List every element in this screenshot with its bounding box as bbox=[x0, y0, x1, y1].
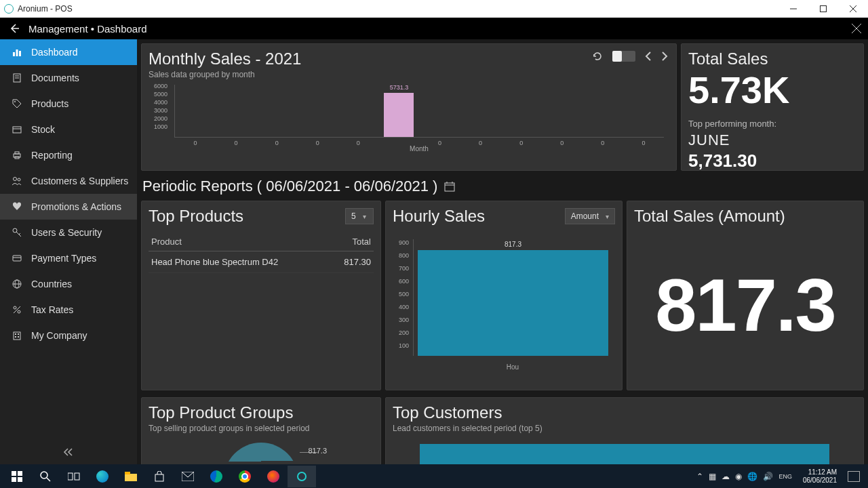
minimize-button[interactable] bbox=[778, 0, 808, 18]
svg-rect-34 bbox=[15, 336, 16, 338]
total-amount-title: Total Sales (Amount) bbox=[634, 207, 856, 226]
svg-line-45 bbox=[47, 478, 50, 481]
sidebar-item-users[interactable]: Users & Security bbox=[0, 220, 137, 245]
mail-icon[interactable] bbox=[174, 466, 202, 487]
hourly-bar: 817.3 bbox=[418, 250, 608, 356]
firefox-icon[interactable] bbox=[259, 466, 288, 487]
sidebar-item-label: Users & Security bbox=[31, 227, 102, 238]
close-view-button[interactable] bbox=[852, 24, 861, 33]
refresh-button[interactable] bbox=[592, 51, 603, 62]
building-icon bbox=[9, 331, 24, 340]
explorer-icon[interactable] bbox=[117, 466, 145, 487]
sidebar-item-countries[interactable]: Countries bbox=[0, 271, 137, 297]
svg-point-28 bbox=[14, 306, 16, 309]
sidebar-item-products[interactable]: Products bbox=[0, 91, 137, 117]
sidebar-item-label: Documents bbox=[31, 73, 79, 83]
top-products-title: Top Products bbox=[149, 207, 243, 226]
aronium-icon[interactable] bbox=[288, 466, 316, 487]
sidebar-item-label: Stock bbox=[31, 124, 55, 135]
top-month-name: JUNE bbox=[688, 131, 856, 149]
heart-icon bbox=[9, 202, 24, 211]
sidebar-item-tax[interactable]: Tax Rates bbox=[0, 297, 137, 323]
monthly-subtitle: Sales data grouped by month bbox=[149, 70, 669, 79]
calendar-icon[interactable] bbox=[444, 181, 455, 192]
sidebar: Dashboard Documents Products Stock Repor… bbox=[0, 39, 137, 464]
total-sales-panel: Total Sales 5.73K Top performing month: … bbox=[681, 43, 864, 171]
svg-rect-33 bbox=[18, 333, 19, 335]
top-customers-panel: Top Customers Lead customers in selected… bbox=[385, 397, 864, 464]
language-icon[interactable]: ENG bbox=[778, 473, 792, 480]
maximize-button[interactable] bbox=[808, 0, 838, 18]
svg-rect-16 bbox=[15, 152, 19, 154]
sidebar-item-label: Products bbox=[31, 98, 68, 109]
svg-rect-23 bbox=[13, 256, 21, 261]
network-icon[interactable]: 🌐 bbox=[747, 472, 757, 481]
tray-app-icon[interactable]: ▦ bbox=[709, 472, 716, 481]
svg-rect-31 bbox=[14, 332, 20, 340]
sidebar-item-payment[interactable]: Payment Types bbox=[0, 245, 137, 271]
chrome-icon[interactable] bbox=[231, 466, 259, 487]
next-button[interactable] bbox=[661, 52, 668, 61]
start-button[interactable] bbox=[3, 466, 31, 487]
svg-line-30 bbox=[14, 306, 20, 313]
svg-rect-50 bbox=[155, 474, 163, 481]
svg-point-12 bbox=[14, 101, 16, 102]
volume-icon[interactable]: 🔊 bbox=[763, 472, 773, 481]
notifications-button[interactable] bbox=[848, 471, 860, 482]
task-view-button[interactable] bbox=[60, 466, 88, 487]
svg-rect-43 bbox=[18, 477, 22, 482]
svg-point-19 bbox=[18, 178, 20, 181]
globe-icon bbox=[9, 279, 24, 289]
edge-chromium-icon[interactable] bbox=[202, 466, 231, 487]
sidebar-item-label: My Company bbox=[31, 330, 87, 341]
back-button[interactable] bbox=[7, 23, 22, 34]
system-tray: ⌃ ▦ ☁ ◉ 🌐 🔊 ENG 11:12 AM 06/06/2021 bbox=[696, 468, 865, 485]
prev-button[interactable] bbox=[645, 52, 652, 61]
top-product-groups-panel: Top Product Groups Top selling product g… bbox=[141, 397, 381, 464]
svg-point-18 bbox=[14, 178, 17, 181]
svg-rect-32 bbox=[15, 333, 16, 335]
svg-rect-42 bbox=[12, 477, 16, 482]
collapse-sidebar-button[interactable] bbox=[0, 440, 137, 464]
meet-now-icon[interactable]: ◉ bbox=[735, 472, 742, 481]
hourly-title: Hourly Sales bbox=[393, 207, 485, 226]
monthly-x-title: Month bbox=[410, 145, 429, 152]
top-groups-title: Top Product Groups bbox=[149, 403, 374, 422]
chart-type-toggle[interactable] bbox=[612, 51, 635, 62]
hourly-bar-chart: 900800700600500400300200100 817.3 Hou bbox=[410, 237, 615, 372]
sidebar-item-stock[interactable]: Stock bbox=[0, 117, 137, 142]
onedrive-icon[interactable]: ☁ bbox=[722, 472, 730, 481]
box-icon bbox=[9, 125, 24, 134]
pie-label: 817.3 bbox=[308, 447, 327, 455]
app-icon bbox=[4, 4, 14, 14]
close-button[interactable] bbox=[838, 0, 868, 18]
hourly-sales-panel: Hourly Sales Amount ▾ 900800700600500400… bbox=[385, 201, 623, 390]
sidebar-item-reporting[interactable]: Reporting bbox=[0, 142, 137, 168]
sidebar-item-company[interactable]: My Company bbox=[0, 323, 137, 348]
top-groups-subtitle: Top selling product groups in selected p… bbox=[149, 424, 374, 433]
sidebar-item-label: Payment Types bbox=[31, 253, 96, 264]
search-button[interactable] bbox=[31, 466, 60, 487]
tray-chevron-icon[interactable]: ⌃ bbox=[696, 472, 703, 481]
clock-time: 11:12 AM bbox=[803, 468, 837, 476]
sidebar-item-dashboard[interactable]: Dashboard bbox=[0, 39, 137, 65]
periodic-reports-header: Periodic Reports ( 06/06/2021 - 06/06/20… bbox=[142, 178, 863, 195]
hourly-y-axis: 900800700600500400300200100 bbox=[393, 237, 409, 352]
svg-rect-6 bbox=[13, 52, 15, 56]
sidebar-item-customers[interactable]: Customers & Suppliers bbox=[0, 168, 137, 194]
sidebar-item-documents[interactable]: Documents bbox=[0, 65, 137, 91]
svg-rect-48 bbox=[125, 474, 137, 481]
hourly-metric-dropdown[interactable]: Amount ▾ bbox=[565, 208, 615, 224]
total-sales-value: 5.73K bbox=[688, 71, 856, 109]
dropdown-value: Amount bbox=[571, 211, 599, 221]
taskbar-clock[interactable]: 11:12 AM 06/06/2021 bbox=[803, 468, 837, 485]
store-icon[interactable] bbox=[145, 466, 174, 487]
svg-rect-36 bbox=[445, 183, 454, 191]
total-amount-panel: Total Sales (Amount) 817.3 bbox=[627, 201, 864, 390]
hourly-bar-label: 817.3 bbox=[418, 241, 608, 248]
sidebar-item-promotions[interactable]: Promotions & Actions bbox=[0, 194, 137, 220]
svg-rect-13 bbox=[13, 127, 21, 133]
table-row[interactable]: Head Phone blue Spectrum D42 817.30 bbox=[149, 251, 374, 273]
top-products-count-dropdown[interactable]: 5 ▾ bbox=[345, 208, 374, 224]
edge-icon[interactable] bbox=[88, 466, 117, 487]
